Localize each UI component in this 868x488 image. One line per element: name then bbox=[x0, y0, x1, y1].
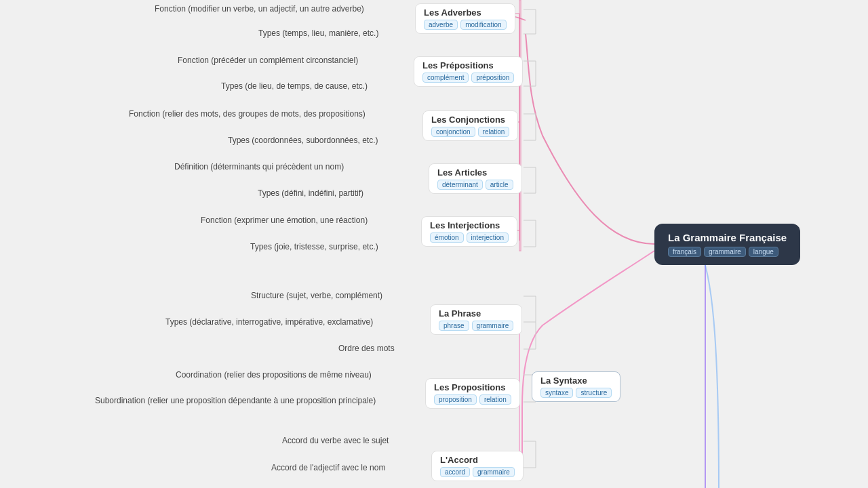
tag-relation: relation bbox=[478, 127, 510, 137]
text-accord-verbe: Accord du verbe avec le sujet bbox=[282, 436, 389, 445]
mind-map: Fonction (modifier un verbe, un adjectif… bbox=[0, 0, 868, 488]
node-conjonctions[interactable]: Les Conjonctions conjonction relation bbox=[422, 110, 518, 141]
text-interj-types: Types (joie, tristesse, surprise, etc.) bbox=[250, 242, 378, 251]
main-node[interactable]: La Grammaire Française français grammair… bbox=[654, 224, 800, 265]
node-prepositions[interactable]: Les Prépositions complément préposition bbox=[414, 56, 523, 87]
node-phrase[interactable]: La Phrase phrase grammaire bbox=[430, 304, 522, 335]
node-syntaxe-tags: syntaxe structure bbox=[540, 388, 612, 398]
tag-phrase: phrase bbox=[439, 321, 469, 331]
text-phrase-types: Types (déclarative, interrogative, impér… bbox=[165, 317, 373, 327]
svg-rect-1 bbox=[519, 0, 521, 251]
node-accord[interactable]: L'Accord accord grammaire bbox=[431, 451, 524, 481]
tag-grammaire-phrase: grammaire bbox=[472, 321, 514, 331]
node-phrase-tags: phrase grammaire bbox=[439, 321, 513, 331]
node-articles-label: Les Articles bbox=[437, 167, 513, 178]
node-phrase-label: La Phrase bbox=[439, 308, 513, 319]
node-interjections-label: Les Interjections bbox=[430, 220, 509, 230]
node-adverbes-tags: adverbe modification bbox=[424, 20, 507, 30]
text-prop-coord: Coordination (relier des propositions de… bbox=[176, 370, 372, 380]
main-node-tags: français grammaire langue bbox=[668, 247, 787, 257]
tag-accord: accord bbox=[440, 467, 470, 477]
text-prep-types: Types (de lieu, de temps, de cause, etc.… bbox=[221, 81, 368, 91]
text-prep-fonction: Fonction (précéder un complément circons… bbox=[178, 56, 358, 65]
tag-structure: structure bbox=[576, 388, 612, 398]
node-conjonctions-label: Les Conjonctions bbox=[431, 115, 509, 125]
node-adverbes-label: Les Adverbes bbox=[424, 7, 507, 18]
node-articles-tags: déterminant article bbox=[437, 180, 513, 190]
node-syntaxe-label: La Syntaxe bbox=[540, 375, 612, 386]
text-adverbes-fonction: Fonction (modifier un verbe, un adjectif… bbox=[155, 4, 364, 14]
tag-article: article bbox=[486, 180, 513, 190]
node-adverbes[interactable]: Les Adverbes adverbe modification bbox=[415, 3, 515, 34]
text-interj-fonction: Fonction (exprimer une émotion, une réac… bbox=[201, 216, 368, 225]
tag-syntaxe: syntaxe bbox=[540, 388, 573, 398]
tag-proposition: proposition bbox=[434, 394, 477, 405]
tag-modification: modification bbox=[460, 20, 506, 30]
node-propositions-label: Les Propositions bbox=[434, 382, 511, 392]
tag-determinant: déterminant bbox=[437, 180, 483, 190]
node-syntaxe[interactable]: La Syntaxe syntaxe structure bbox=[532, 371, 620, 402]
node-propositions-tags: proposition relation bbox=[434, 394, 511, 405]
tag-relation-prop: relation bbox=[479, 394, 511, 405]
node-articles[interactable]: Les Articles déterminant article bbox=[429, 163, 522, 194]
text-phrase-ordre: Ordre des mots bbox=[338, 344, 395, 353]
tag-preposition: préposition bbox=[471, 73, 514, 83]
tag-francais: français bbox=[668, 247, 701, 257]
tag-interjection: interjection bbox=[467, 232, 509, 243]
main-node-title: La Grammaire Française bbox=[668, 232, 787, 243]
node-prepositions-tags: complément préposition bbox=[422, 73, 514, 83]
node-conjonctions-tags: conjonction relation bbox=[431, 127, 509, 137]
text-art-def: Définition (déterminants qui précèdent u… bbox=[174, 162, 344, 171]
node-accord-tags: accord grammaire bbox=[440, 467, 515, 477]
text-prop-sub: Subordination (relier une proposition dé… bbox=[95, 395, 376, 407]
node-prepositions-label: Les Prépositions bbox=[422, 60, 514, 70]
node-accord-label: L'Accord bbox=[440, 455, 515, 465]
text-phrase-struct: Structure (sujet, verbe, complément) bbox=[251, 291, 382, 300]
tag-grammaire-main: grammaire bbox=[704, 247, 746, 257]
text-conj-fonction: Fonction (relier des mots, des groupes d… bbox=[129, 109, 366, 119]
node-propositions[interactable]: Les Propositions proposition relation bbox=[425, 378, 520, 409]
tag-conjonction: conjonction bbox=[431, 127, 475, 137]
text-adverbes-types: Types (temps, lieu, manière, etc.) bbox=[258, 28, 378, 38]
tag-emotion: émotion bbox=[430, 232, 464, 243]
tag-complement: complément bbox=[422, 73, 469, 83]
tag-langue: langue bbox=[749, 247, 778, 257]
text-accord-adj: Accord de l'adjectif avec le nom bbox=[271, 463, 385, 472]
text-art-types: Types (défini, indéfini, partitif) bbox=[258, 188, 363, 198]
tag-grammaire-accord: grammaire bbox=[473, 467, 515, 477]
text-conj-types: Types (coordonnées, subordonnées, etc.) bbox=[228, 136, 378, 145]
tag-adverbe: adverbe bbox=[424, 20, 458, 30]
node-interjections-tags: émotion interjection bbox=[430, 232, 509, 243]
node-interjections[interactable]: Les Interjections émotion interjection bbox=[421, 216, 517, 247]
